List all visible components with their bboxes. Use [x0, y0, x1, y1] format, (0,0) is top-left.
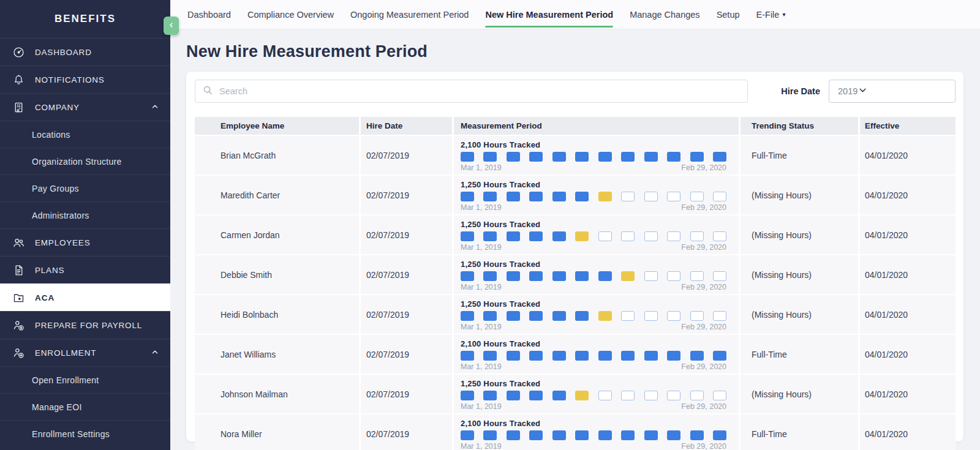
month-block-full	[483, 311, 497, 321]
measurement-period: 1,250 Hours TrackedMar 1, 2019Feb 29, 20…	[461, 178, 726, 212]
month-blocks	[461, 351, 726, 361]
hours-tracked: 1,250 Hours Tracked	[461, 220, 726, 229]
sidebar-subitem-administrators[interactable]: Administrators	[0, 201, 170, 228]
period-start: Mar 1, 2019	[461, 362, 502, 371]
hours-tracked: 1,250 Hours Tracked	[461, 379, 726, 388]
table-row[interactable]: Brian McGrath02/07/20192,100 Hours Track…	[195, 136, 956, 174]
sidebar-item-notifications[interactable]: NOTIFICATIONS	[0, 66, 170, 93]
hire-date: 02/07/2019	[361, 216, 452, 254]
month-block-partial	[598, 311, 612, 321]
hours-tracked: 1,250 Hours Tracked	[461, 180, 726, 189]
month-blocks	[461, 311, 726, 321]
hire-date-year-select[interactable]: 2019	[829, 80, 956, 103]
period-start: Mar 1, 2019	[461, 442, 502, 450]
sidebar-item-dashboard[interactable]: DASHBOARD	[0, 38, 170, 66]
period-dates: Mar 1, 2019Feb 29, 2020	[461, 402, 726, 411]
sidebar-subitem-locations[interactable]: Locations	[0, 121, 170, 148]
measurement-period: 2,100 Hours TrackedMar 1, 2019Feb 29, 20…	[461, 337, 726, 371]
sidebar-subitem-open-enrollment[interactable]: Open Enrollment	[0, 366, 170, 393]
period-dates: Mar 1, 2019Feb 29, 2020	[461, 362, 726, 371]
hours-tracked: 1,250 Hours Tracked	[461, 299, 726, 309]
sidebar-item-label: ACA	[35, 293, 55, 302]
person-plus-icon	[11, 345, 26, 360]
effective-date: 04/01/2020	[860, 414, 956, 450]
month-block-full	[575, 311, 589, 321]
sidebar-subitem-enrollment-settings[interactable]: Enrollment Settings	[0, 420, 170, 447]
sidebar-item-prepare-for-payroll[interactable]: PREPARE FOR PAYROLL	[0, 311, 170, 339]
month-block-full	[644, 152, 658, 162]
tab-ongoing-measurement-period[interactable]: Ongoing Measurement Period	[350, 0, 469, 29]
month-block-full	[461, 152, 474, 162]
month-block-full	[552, 192, 566, 201]
month-block-empty	[644, 311, 658, 321]
month-block-full	[507, 192, 520, 201]
month-block-empty	[690, 231, 704, 241]
dashboard-icon	[11, 45, 26, 59]
column-header-measurement-period: Measurement Period	[454, 117, 739, 135]
month-block-full	[461, 192, 474, 201]
month-block-full	[621, 152, 635, 162]
month-block-full	[713, 152, 726, 162]
sidebar-item-aca[interactable]: ACA	[0, 283, 170, 311]
trending-status: Full-Time	[741, 335, 858, 373]
measurement-period-cell: 1,250 Hours TrackedMar 1, 2019Feb 29, 20…	[454, 375, 739, 413]
table-row[interactable]: Nora Miller02/07/20192,100 Hours Tracked…	[195, 414, 956, 450]
sidebar-item-enrollment[interactable]: ENROLLMENT	[0, 339, 170, 366]
month-block-empty	[667, 391, 680, 400]
month-block-full	[575, 192, 589, 201]
month-block-full	[461, 311, 474, 321]
period-end: Feb 29, 2020	[681, 203, 726, 212]
table-row[interactable]: Heidi Bolnbach02/07/20191,250 Hours Trac…	[195, 295, 956, 334]
month-block-full	[507, 391, 520, 400]
sidebar-item-label: PREPARE FOR PAYROLL	[35, 321, 142, 330]
table-row[interactable]: Maredith Carter02/07/20191,250 Hours Tra…	[195, 176, 956, 214]
caret-down-icon: ▾	[782, 11, 785, 18]
period-start: Mar 1, 2019	[461, 283, 502, 291]
month-block-full	[552, 391, 566, 400]
month-block-full	[461, 231, 474, 241]
sidebar-item-plans[interactable]: PLANS	[0, 256, 170, 283]
period-start: Mar 1, 2019	[461, 243, 502, 252]
search-icon	[203, 85, 213, 98]
month-block-empty	[667, 271, 680, 281]
sidebar-subitem-organization-structure[interactable]: Organization Structure	[0, 148, 170, 174]
month-block-full	[483, 391, 497, 400]
tab-manage-changes[interactable]: Manage Changes	[630, 0, 699, 29]
sidebar-subitem-pay-groups[interactable]: Pay Groups	[0, 174, 170, 201]
table-row[interactable]: Johnson Mailman02/07/20191,250 Hours Tra…	[195, 375, 956, 413]
sidebar-subitem-manage-eoi[interactable]: Manage EOI	[0, 393, 170, 420]
table-row[interactable]: Carmen Jordan02/07/20191,250 Hours Track…	[195, 216, 956, 254]
month-block-empty	[667, 311, 680, 321]
month-block-partial	[575, 231, 589, 241]
table-row[interactable]: Debbie Smith02/07/20191,250 Hours Tracke…	[195, 255, 956, 294]
month-block-full	[461, 351, 474, 361]
sidebar-nav: DASHBOARDNOTIFICATIONSCOMPANYLocationsOr…	[0, 38, 170, 447]
tab-dashboard[interactable]: Dashboard	[187, 0, 231, 29]
sidebar-item-company[interactable]: COMPANY	[0, 93, 170, 121]
tab-compliance-overview[interactable]: Compliance Overview	[247, 0, 334, 29]
tab-e-file[interactable]: E-File▾	[756, 0, 786, 29]
tab-label: Compliance Overview	[247, 10, 334, 20]
period-end: Feb 29, 2020	[681, 283, 726, 291]
tab-new-hire-measurement-period[interactable]: New Hire Measurement Period	[485, 0, 613, 29]
month-block-full	[529, 311, 543, 321]
sidebar-item-employees[interactable]: EMPLOYEES	[0, 228, 170, 256]
search-input[interactable]	[219, 86, 740, 96]
sidebar-item-label: EMPLOYEES	[35, 238, 90, 247]
table-row[interactable]: Janet Williams02/07/20192,100 Hours Trac…	[195, 335, 956, 373]
period-start: Mar 1, 2019	[461, 402, 502, 411]
tab-setup[interactable]: Setup	[717, 0, 740, 29]
sidebar-collapse-button[interactable]	[164, 17, 179, 35]
effective-date: 04/01/2020	[860, 295, 956, 334]
month-block-full	[529, 152, 543, 162]
tab-label: Ongoing Measurement Period	[350, 10, 469, 20]
people-icon	[11, 235, 26, 250]
month-block-full	[552, 351, 566, 361]
month-block-full	[598, 152, 612, 162]
trending-status: (Missing Hours)	[741, 176, 858, 214]
period-dates: Mar 1, 2019Feb 29, 2020	[461, 163, 726, 172]
measurement-period-cell: 2,100 Hours TrackedMar 1, 2019Feb 29, 20…	[454, 136, 739, 174]
month-block-full	[529, 391, 543, 400]
month-block-full	[507, 311, 520, 321]
hire-date: 02/07/2019	[361, 375, 452, 413]
